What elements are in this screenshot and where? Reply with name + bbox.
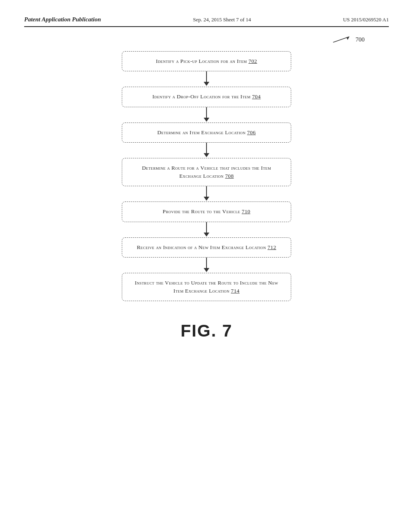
connector-arrow-icon [204,153,209,157]
connector-line [206,107,207,118]
figure-number-label: 700 [356,36,365,43]
flow-box-step-702: Identify a Pick-up Location for an Item … [122,51,291,71]
flow-box-step-704: Identify a Drop-Off Location for the Ite… [122,87,291,107]
step-text-step-710: Provide the Route to the Vehicle 710 [163,208,250,214]
step-text-step-712: Receive an Indication of a New Item Exch… [137,244,276,250]
figure-caption: FIG. 7 [24,321,389,341]
connector-1 [204,107,209,123]
connector-arrow-icon [204,197,209,201]
step-num-step-710: 710 [242,208,250,214]
flow-diagram: Identify a Pick-up Location for an Item … [24,51,389,301]
flow-box-step-708: Determine a Route for a Vehicle that inc… [122,158,291,187]
step-num-step-708: 708 [225,173,234,179]
header-publication-type: Patent Application Publication [24,16,101,23]
step-num-step-706: 706 [247,129,256,135]
step-text-step-706: Determine an Item Exchange Location 706 [157,129,256,135]
connector-line [206,222,207,233]
step-text-step-702: Identify a Pick-up Location for an Item … [156,58,257,64]
step-num-step-712: 712 [267,244,276,250]
connector-4 [204,222,209,237]
connector-line [206,71,207,82]
connector-arrow-icon [204,82,209,86]
flow-box-step-706: Determine an Item Exchange Location 706 [122,123,291,143]
connector-0 [204,71,209,87]
step-num-step-704: 704 [252,94,261,100]
step-num-step-702: 702 [248,58,257,64]
flow-box-step-710: Provide the Route to the Vehicle 710 [122,202,291,222]
step-num-step-714: 714 [231,288,240,294]
page-header: Patent Application Publication Sep. 24, … [24,16,389,27]
flow-box-step-714: Instruct the Vehicle to Update the Route… [122,273,291,301]
flow-box-step-712: Receive an Indication of a New Item Exch… [122,237,291,258]
connector-5 [204,258,209,273]
connector-line [206,186,207,197]
figure-arrow-icon [331,35,353,44]
connector-arrow-icon [204,118,209,122]
connector-arrow-icon [204,233,209,237]
connector-arrow-icon [204,268,209,272]
connector-3 [204,186,209,202]
connector-line [206,258,207,268]
step-text-step-704: Identify a Drop-Off Location for the Ite… [152,94,261,100]
diagram-container: 700 Identify a Pick-up Location for an I… [24,39,389,301]
svg-marker-1 [346,37,349,40]
connector-line [206,143,207,153]
connector-2 [204,143,209,158]
header-patent-number: US 2015/0269520 A1 [343,17,389,23]
step-text-step-714: Instruct the Vehicle to Update the Route… [135,280,278,294]
header-date-sheet: Sep. 24, 2015 Sheet 7 of 14 [193,17,251,23]
figure-label: 700 [331,35,365,44]
step-text-step-708: Determine a Route for a Vehicle that inc… [142,165,271,179]
